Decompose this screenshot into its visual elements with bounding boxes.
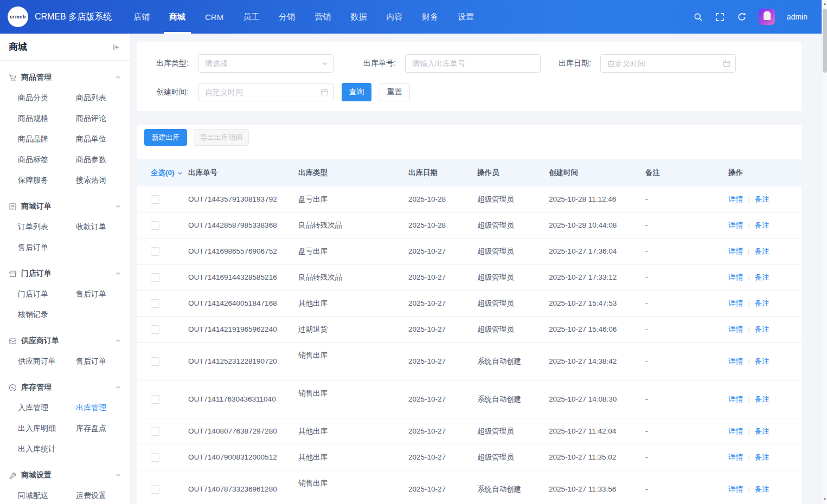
sidebar-item[interactable]: 商品单位 xyxy=(76,129,130,150)
remark-link[interactable]: 备注 xyxy=(755,357,770,366)
nav-item[interactable]: 员工 xyxy=(233,0,269,34)
remark-link[interactable]: 备注 xyxy=(755,195,770,204)
row-checkbox[interactable] xyxy=(151,427,159,436)
sidebar-item[interactable]: 供应商订单 xyxy=(18,351,76,372)
table-row: OUT714435791308193792 盘亏出库 2025-10-28 超级… xyxy=(137,186,802,212)
row-checkbox[interactable] xyxy=(151,299,159,308)
scroll-down-arrow[interactable]: ▼ xyxy=(822,497,827,501)
sidebar-item[interactable]: 库存盘点 xyxy=(76,418,130,439)
sidebar-item[interactable]: 搜索热词 xyxy=(76,170,130,191)
search-button[interactable]: 查询 xyxy=(342,83,371,101)
detail-link[interactable]: 详情 xyxy=(728,357,743,366)
page-scrollbar[interactable]: ▲ ▼ xyxy=(822,0,827,504)
detail-link[interactable]: 详情 xyxy=(728,325,743,334)
remark-link[interactable]: 备注 xyxy=(755,299,770,308)
reset-button[interactable]: 重置 xyxy=(380,83,410,101)
col-actions: 操作 xyxy=(728,159,788,186)
nav-item[interactable]: 店铺 xyxy=(124,0,159,34)
sidebar-item[interactable]: 售后订单 xyxy=(76,284,130,305)
sidebar-section-header[interactable]: 门店订单 xyxy=(0,263,130,284)
chevron-up-icon xyxy=(115,384,121,391)
redacted-order-tag[interactable] xyxy=(298,402,370,410)
nav-item[interactable]: 内容 xyxy=(376,0,412,34)
create-outbound-button[interactable]: 新建出库 xyxy=(144,129,187,146)
row-checkbox[interactable] xyxy=(151,453,159,462)
sidebar-section-header[interactable]: 库存管理 xyxy=(0,377,130,398)
sidebar-item[interactable]: 出库管理 xyxy=(76,398,130,418)
username[interactable]: admin xyxy=(787,12,807,21)
sidebar-item[interactable]: 运费设置 xyxy=(76,486,130,504)
scroll-up-arrow[interactable]: ▲ xyxy=(822,2,827,5)
sidebar-item[interactable]: 入库管理 xyxy=(18,398,76,418)
sidebar-item[interactable]: 商品规格 xyxy=(18,108,76,129)
detail-link[interactable]: 详情 xyxy=(728,195,743,204)
row-checkbox[interactable] xyxy=(151,195,159,204)
nav-item[interactable]: 数据 xyxy=(341,0,376,34)
redacted-order-tag[interactable] xyxy=(298,364,370,372)
refresh-icon[interactable] xyxy=(737,12,747,22)
redacted-order-tag[interactable] xyxy=(298,492,370,500)
outbound-date-input[interactable] xyxy=(600,54,736,73)
avatar[interactable] xyxy=(759,9,775,25)
collapse-sidebar-icon[interactable] xyxy=(112,43,120,51)
sidebar-item[interactable]: 商品分类 xyxy=(18,88,76,108)
sidebar-item[interactable]: 商品标签 xyxy=(18,150,76,170)
outbound-type-select[interactable] xyxy=(198,54,334,73)
cell-order-no: OUT714435791308193792 xyxy=(188,186,298,212)
nav-item[interactable]: CRM xyxy=(195,0,233,34)
sidebar-item[interactable]: 保障服务 xyxy=(18,170,76,191)
sidebar-item[interactable]: 售后订单 xyxy=(18,237,76,258)
sidebar-item[interactable]: 订单列表 xyxy=(18,217,76,237)
detail-link[interactable]: 详情 xyxy=(728,221,743,230)
sidebar-item[interactable]: 售后订单 xyxy=(76,351,130,372)
row-checkbox[interactable] xyxy=(151,221,159,230)
sidebar-item[interactable]: 商品参数 xyxy=(76,150,130,170)
sidebar-item[interactable]: 收款订单 xyxy=(76,217,130,237)
sidebar-item[interactable]: 商品列表 xyxy=(76,88,130,108)
nav-item[interactable]: 分销 xyxy=(269,0,305,34)
scrollbar-thumb[interactable] xyxy=(823,9,827,73)
remark-link[interactable]: 备注 xyxy=(755,273,770,282)
remark-link[interactable]: 备注 xyxy=(755,395,770,404)
detail-link[interactable]: 详情 xyxy=(728,453,743,462)
row-checkbox[interactable] xyxy=(151,485,159,494)
sidebar-item[interactable]: 出入库统计 xyxy=(18,439,76,460)
select-all-control[interactable]: 全选(0) xyxy=(151,168,183,178)
detail-link[interactable]: 详情 xyxy=(728,427,743,436)
fullscreen-icon[interactable] xyxy=(715,12,725,22)
nav-item[interactable]: 财务 xyxy=(412,0,448,34)
export-details-button[interactable]: 导出出库明细 xyxy=(194,129,249,146)
row-checkbox[interactable] xyxy=(151,395,159,404)
sidebar-section-header[interactable]: 商品管理 xyxy=(0,67,130,88)
sidebar-item[interactable]: 商品品牌 xyxy=(18,129,76,150)
detail-link[interactable]: 详情 xyxy=(728,484,743,494)
row-checkbox[interactable] xyxy=(151,247,159,256)
sidebar-item[interactable]: 同城配送 xyxy=(18,486,76,504)
row-checkbox[interactable] xyxy=(151,357,159,366)
row-checkbox[interactable] xyxy=(151,325,159,334)
sidebar-item[interactable]: 核销记录 xyxy=(18,305,76,325)
remark-link[interactable]: 备注 xyxy=(755,453,770,462)
remark-link[interactable]: 备注 xyxy=(755,484,770,494)
outbound-no-input[interactable] xyxy=(405,54,541,73)
nav-item[interactable]: 商城 xyxy=(159,0,195,34)
remark-link[interactable]: 备注 xyxy=(755,325,770,334)
detail-link[interactable]: 详情 xyxy=(728,273,743,282)
row-checkbox[interactable] xyxy=(151,273,159,282)
detail-link[interactable]: 详情 xyxy=(728,299,743,308)
sidebar-section-header[interactable]: 商城订单 xyxy=(0,196,130,217)
sidebar-item[interactable]: 商品评论 xyxy=(76,108,130,129)
remark-link[interactable]: 备注 xyxy=(755,221,770,230)
detail-link[interactable]: 详情 xyxy=(728,395,743,404)
detail-link[interactable]: 详情 xyxy=(728,247,743,256)
remark-link[interactable]: 备注 xyxy=(755,247,770,256)
sidebar-item[interactable]: 门店订单 xyxy=(18,284,76,305)
sidebar-section-header[interactable]: 商城设置 xyxy=(0,465,130,486)
created-time-input[interactable] xyxy=(198,83,334,101)
nav-item[interactable]: 营销 xyxy=(305,0,341,34)
search-icon[interactable] xyxy=(694,12,703,22)
sidebar-section-header[interactable]: 供应商订单 xyxy=(0,331,130,351)
sidebar-item[interactable]: 出入库明细 xyxy=(18,418,76,439)
nav-item[interactable]: 设置 xyxy=(448,0,484,34)
remark-link[interactable]: 备注 xyxy=(755,427,770,436)
